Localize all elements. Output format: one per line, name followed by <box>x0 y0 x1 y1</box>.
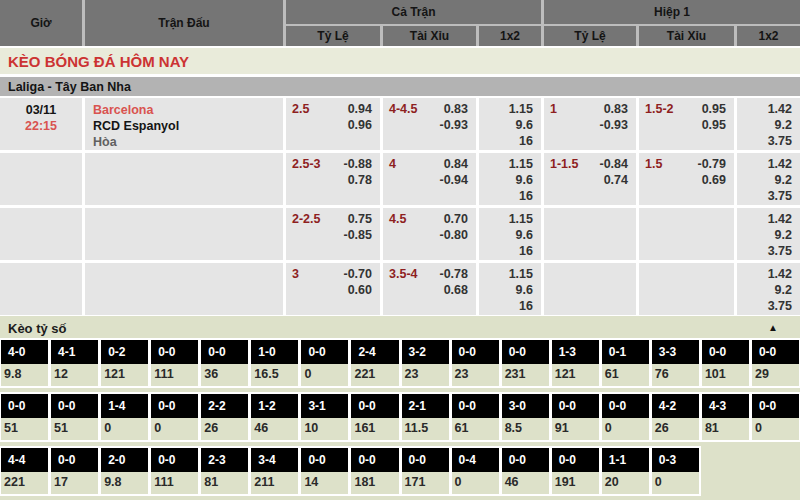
score-cell[interactable]: 0-0181 <box>351 448 398 494</box>
h1-overunder-cell[interactable]: 1.5-0.790.69 <box>639 153 734 205</box>
score-odds-value: 121 <box>552 364 599 386</box>
score-cell[interactable]: 1-246 <box>251 394 298 440</box>
h1-1x2-cell[interactable]: 1.429.23.75 <box>737 263 800 315</box>
score-cell[interactable]: 0-014 <box>301 448 348 494</box>
score-label: 0-0 <box>702 340 749 364</box>
score-label: 2-4 <box>351 340 398 364</box>
odds-values: 0.83-0.93 <box>600 101 629 150</box>
score-cell[interactable]: 4-4221 <box>1 448 48 494</box>
score-odds-value: 61 <box>602 364 649 386</box>
ft-overunder-cell[interactable]: 3.5-4-0.780.68 <box>383 263 476 315</box>
away-team-name: RCD Espanyol <box>93 118 283 134</box>
score-cell[interactable]: 1-120 <box>602 448 649 494</box>
h1-1x2-cell[interactable]: 1.429.23.75 <box>737 153 800 205</box>
h1-1x2-cell[interactable]: 1.429.23.75 <box>737 208 800 260</box>
score-cell[interactable]: 4-381 <box>702 394 749 440</box>
score-odds-value: 101 <box>702 364 749 386</box>
score-cell[interactable]: 0-029 <box>752 340 799 386</box>
score-cell[interactable]: 0-00 <box>752 394 799 440</box>
score-cell[interactable]: 4-112 <box>51 340 98 386</box>
ft-overunder-cell[interactable]: 4.50.70-0.80 <box>383 208 476 260</box>
ft-overunder-cell[interactable]: 40.84-0.94 <box>383 153 476 205</box>
1x2-value-3: 16 <box>519 133 533 149</box>
score-label: 4-1 <box>51 340 98 364</box>
score-cell[interactable]: 0-023 <box>452 340 499 386</box>
score-cell[interactable]: 0-161 <box>602 340 649 386</box>
ft-overunder-cell[interactable]: 4-4.50.83-0.93 <box>383 98 476 150</box>
score-cell[interactable]: 2-381 <box>201 448 248 494</box>
ft-handicap-cell[interactable]: 3-0.700.60 <box>286 263 380 315</box>
1x2-value-2: 9.6 <box>516 282 533 298</box>
score-odds-value: 14 <box>301 472 348 494</box>
score-label: 3-4 <box>251 448 298 472</box>
1x2-value-1: 1.42 <box>768 101 792 117</box>
score-cell[interactable]: 0-00 <box>602 394 649 440</box>
score-cell[interactable]: 0-0191 <box>552 448 599 494</box>
score-cell[interactable]: 3-110 <box>301 394 348 440</box>
odds-values: -0.780.68 <box>440 266 469 315</box>
odds-values: -0.880.78 <box>344 156 373 205</box>
score-cell[interactable]: 0-0171 <box>402 448 449 494</box>
score-label: 0-0 <box>502 448 549 472</box>
score-cell[interactable]: 0-00 <box>301 340 348 386</box>
score-cell[interactable]: 0-051 <box>1 394 48 440</box>
h1-overunder-cell[interactable]: 1.5-20.950.95 <box>639 98 734 150</box>
score-cell[interactable]: 3-223 <box>402 340 449 386</box>
score-cell[interactable]: 0-30 <box>652 448 699 494</box>
handicap-line: 2-2.5 <box>292 211 321 260</box>
score-cell[interactable]: 0-0111 <box>151 340 198 386</box>
match-cell <box>85 153 283 205</box>
score-cell[interactable]: 1-016.5 <box>251 340 298 386</box>
score-label: 0-0 <box>201 340 248 364</box>
ft-handicap-cell[interactable]: 2.5-3-0.880.78 <box>286 153 380 205</box>
odds-value-bottom: -0.80 <box>440 227 469 243</box>
score-cell[interactable]: 3-4211 <box>251 448 298 494</box>
score-cell[interactable]: 3-08.5 <box>502 394 549 440</box>
score-odds-value: 231 <box>502 364 549 386</box>
score-cell[interactable]: 0-046 <box>502 448 549 494</box>
score-cell[interactable]: 2-111.5 <box>402 394 449 440</box>
score-cell[interactable]: 0-2121 <box>101 340 148 386</box>
time-cell <box>0 208 82 260</box>
score-cell[interactable]: 1-3121 <box>552 340 599 386</box>
score-cell[interactable]: 0-091 <box>552 394 599 440</box>
ft-handicap-cell[interactable]: 2-2.50.75-0.85 <box>286 208 380 260</box>
score-cell[interactable]: 0-036 <box>201 340 248 386</box>
ft-handicap-cell[interactable]: 2.50.940.96 <box>286 98 380 150</box>
ft-1x2-cell[interactable]: 1.159.616 <box>479 153 541 205</box>
collapse-section-icon[interactable]: ▲ <box>768 322 778 333</box>
score-cell[interactable]: 0-0161 <box>351 394 398 440</box>
h1-1x2-cell[interactable]: 1.429.23.75 <box>737 98 800 150</box>
score-cell[interactable]: 0-0231 <box>502 340 549 386</box>
match-date: 03/11 <box>0 102 82 118</box>
score-cell[interactable]: 2-09.8 <box>101 448 148 494</box>
odds-value-top: -0.88 <box>344 156 373 172</box>
match-cell <box>85 208 283 260</box>
score-cell[interactable]: 0-00 <box>151 394 198 440</box>
score-odds-value: 211 <box>251 472 298 494</box>
score-cell[interactable]: 4-09.8 <box>1 340 48 386</box>
score-cell[interactable]: 2-226 <box>201 394 248 440</box>
score-cell[interactable]: 0-0101 <box>702 340 749 386</box>
ft-1x2-cell[interactable]: 1.159.616 <box>479 98 541 150</box>
score-cell[interactable]: 0-017 <box>51 448 98 494</box>
ft-1x2-cell[interactable]: 1.159.616 <box>479 208 541 260</box>
score-label: 4-3 <box>702 394 749 418</box>
score-cell[interactable]: 0-0111 <box>151 448 198 494</box>
score-cell[interactable]: 0-051 <box>51 394 98 440</box>
odds-value-top: 0.95 <box>702 101 726 117</box>
h1-handicap-cell[interactable]: 10.83-0.93 <box>544 98 636 150</box>
score-cell[interactable]: 2-4221 <box>351 340 398 386</box>
score-label: 3-0 <box>502 394 549 418</box>
score-cell[interactable]: 3-376 <box>652 340 699 386</box>
score-cell[interactable]: 4-226 <box>652 394 699 440</box>
score-cell[interactable]: 0-061 <box>452 394 499 440</box>
h1-handicap-cell[interactable]: 1-1.5-0.840.74 <box>544 153 636 205</box>
score-cell[interactable]: 1-40 <box>101 394 148 440</box>
score-cell[interactable]: 0-40 <box>452 448 499 494</box>
score-odds-value: 51 <box>51 418 98 440</box>
score-label: 0-0 <box>402 448 449 472</box>
ft-1x2-cell[interactable]: 1.159.616 <box>479 263 541 315</box>
score-label: 0-0 <box>552 448 599 472</box>
score-label: 0-4 <box>452 448 499 472</box>
